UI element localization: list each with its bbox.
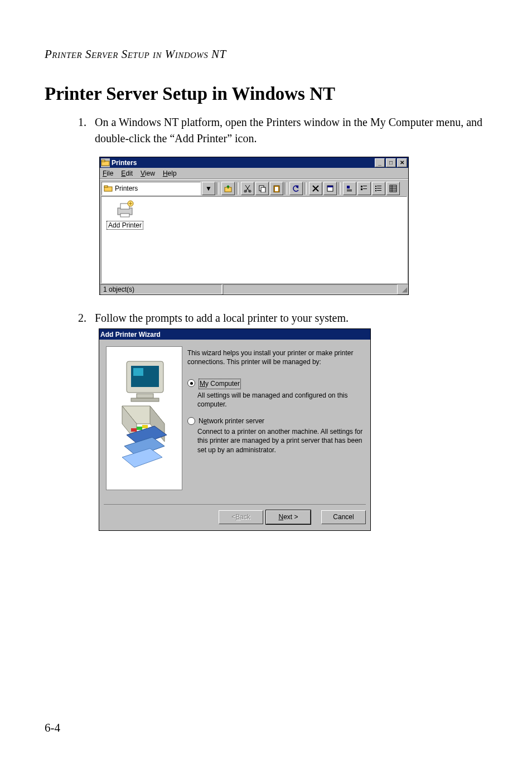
svg-rect-25 — [377, 190, 381, 191]
svg-rect-1 — [101, 160, 105, 162]
printers-window: Printers _ □ ✕ File Edit View Help Print… — [99, 157, 409, 295]
minimize-button[interactable]: _ — [375, 158, 385, 167]
undo-button[interactable] — [289, 182, 303, 195]
radio-my-computer-desc: All settings will be managed and configu… — [197, 391, 364, 409]
add-printer-icon[interactable]: Add Printer — [105, 200, 145, 230]
client-area[interactable]: Add Printer — [101, 196, 407, 283]
cancel-button[interactable]: Cancel — [321, 510, 366, 524]
titlebar[interactable]: Printers _ □ ✕ — [100, 157, 408, 168]
svg-rect-22 — [375, 188, 376, 189]
add-printer-wizard-dialog: Add Printer Wizard — [99, 328, 371, 531]
page-number: 6-4 — [45, 721, 60, 735]
cut-button[interactable] — [241, 182, 254, 195]
svg-point-5 — [244, 190, 246, 192]
svg-rect-14 — [347, 190, 352, 190]
wizard-title: Add Printer Wizard — [100, 331, 161, 338]
radio-my-computer-label: y Computer — [205, 380, 240, 388]
svg-rect-13 — [347, 186, 350, 188]
svg-rect-19 — [363, 188, 367, 189]
toolbar: Printers ▼ — [100, 179, 408, 197]
svg-rect-21 — [377, 186, 381, 186]
menu-file[interactable]: File — [103, 170, 113, 177]
titlebar-text: Printers — [112, 159, 137, 167]
paste-button[interactable] — [270, 182, 283, 195]
resize-grip-icon[interactable]: ◢ — [398, 286, 408, 293]
up-one-level-button[interactable] — [221, 182, 235, 195]
svg-rect-10 — [275, 187, 278, 191]
svg-rect-20 — [375, 186, 376, 187]
small-icons-button[interactable] — [357, 182, 371, 195]
radio-network-printer[interactable]: Network printer server — [187, 417, 364, 425]
delete-button[interactable] — [309, 182, 322, 195]
address-combo[interactable]: Printers — [101, 182, 201, 195]
step-1: On a Windows NT platform, open the Print… — [89, 114, 487, 147]
wizard-intro-text: This wizard helps you install your print… — [187, 349, 364, 366]
page-title: Printer Server Setup in Windows NT — [45, 84, 487, 104]
list-view-button[interactable] — [372, 182, 385, 195]
svg-rect-44 — [142, 425, 148, 428]
large-icons-button[interactable] — [343, 182, 356, 195]
radio-network-printer-label: twork printer server — [207, 417, 264, 425]
details-view-button[interactable] — [386, 182, 400, 195]
radio-dot-icon — [187, 417, 195, 425]
close-button[interactable]: ✕ — [397, 158, 407, 167]
svg-rect-24 — [375, 190, 376, 191]
properties-button[interactable] — [323, 182, 337, 195]
steps-list: On a Windows NT platform, open the Print… — [78, 114, 487, 147]
computer-printer-illustration-icon — [111, 351, 178, 485]
menubar: File Edit View Help — [100, 168, 408, 179]
svg-point-6 — [249, 190, 251, 192]
printers-folder-icon — [104, 184, 113, 193]
svg-rect-18 — [361, 188, 362, 190]
svg-rect-23 — [377, 188, 381, 188]
maximize-button[interactable]: □ — [386, 158, 396, 167]
svg-rect-43 — [137, 427, 142, 430]
svg-rect-40 — [137, 394, 153, 398]
back-button: < Back — [219, 510, 263, 524]
svg-rect-39 — [133, 368, 143, 376]
svg-rect-17 — [363, 186, 367, 186]
svg-rect-12 — [327, 186, 333, 187]
next-button[interactable]: Next > — [266, 510, 311, 524]
wizard-button-row: < Back Next > Cancel — [104, 504, 366, 525]
running-head: Printer Server Setup in Windows NT — [45, 47, 487, 61]
step-2: Follow the prompts to add a local printe… — [89, 310, 487, 326]
printer-glyph-icon — [115, 200, 134, 219]
add-printer-label: Add Printer — [107, 221, 143, 230]
menu-view[interactable]: View — [141, 170, 155, 177]
menu-help[interactable]: Help — [163, 170, 177, 177]
svg-rect-16 — [361, 186, 362, 187]
radio-my-computer[interactable]: My Computer — [187, 379, 364, 389]
printers-folder-icon — [101, 158, 110, 167]
radio-network-printer-desc: Connect to a printer on another machine.… — [197, 427, 364, 454]
status-text: 1 object(s) — [100, 284, 222, 294]
radio-dot-icon — [187, 379, 195, 387]
steps-list-cont: Follow the prompts to add a local printe… — [78, 310, 487, 330]
status-bar: 1 object(s) ◢ — [100, 284, 408, 294]
wizard-side-image — [106, 346, 182, 490]
copy-button[interactable] — [255, 182, 269, 195]
svg-rect-33 — [120, 214, 129, 217]
svg-rect-42 — [131, 428, 137, 432]
svg-rect-15 — [347, 191, 352, 191]
menu-edit[interactable]: Edit — [121, 170, 133, 177]
wizard-titlebar[interactable]: Add Printer Wizard — [99, 329, 370, 340]
address-text: Printers — [115, 185, 199, 192]
svg-rect-41 — [131, 398, 159, 401]
svg-rect-8 — [261, 187, 265, 192]
address-dropdown-button[interactable]: ▼ — [202, 182, 215, 195]
svg-rect-3 — [104, 186, 108, 187]
